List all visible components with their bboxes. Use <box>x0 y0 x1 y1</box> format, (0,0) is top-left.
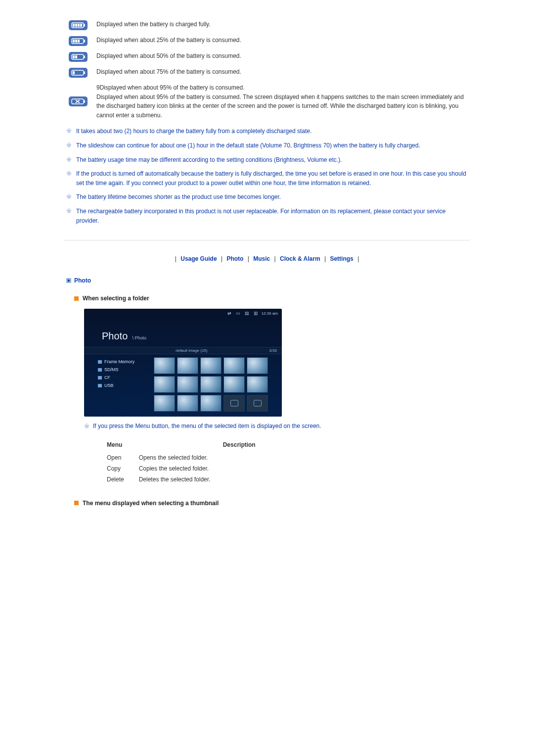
note-item: ※If the product is turned off automatica… <box>66 169 470 188</box>
battery-full-icon <box>64 20 91 31</box>
section-divider <box>64 240 470 240</box>
thumbnail <box>177 376 198 393</box>
bullet-icon <box>74 296 79 301</box>
asterisk-icon: ※ <box>66 127 76 136</box>
device-screenshot: ⇄ ▭ ▤ ▥ 12:26 am Photo \ Photo default i… <box>84 309 282 417</box>
device-title: Photo \ Photo <box>84 318 282 347</box>
thumbnail <box>223 395 245 412</box>
asterisk-icon: ※ <box>66 141 76 150</box>
svg-rect-11 <box>75 40 77 43</box>
thumbnail <box>200 376 222 393</box>
asterisk-icon: ※ <box>66 155 76 164</box>
device-statusbar: ⇄ ▭ ▤ ▥ 12:26 am <box>84 309 282 318</box>
thumbnail <box>154 357 175 374</box>
photo-heading: Photo <box>66 277 470 284</box>
section-nav: | Usage Guide | Photo | Music | Clock & … <box>64 255 470 262</box>
sd-icon: ▭ <box>235 311 241 316</box>
battery-desc: Displayed when about 75% of the battery … <box>91 67 470 77</box>
nav-clock-alarm[interactable]: Clock & Alarm <box>280 255 320 262</box>
nav-settings[interactable]: Settings <box>330 255 353 262</box>
cfcard-icon <box>98 376 102 379</box>
svg-rect-6 <box>80 24 82 27</box>
svg-rect-4 <box>75 24 77 27</box>
folder-icon: ▤ <box>244 311 250 316</box>
battery-desc: Displayed when the battery is charged fu… <box>91 20 470 29</box>
asterisk-icon: ※ <box>66 169 76 178</box>
side-frame-memory: Frame Memory <box>98 359 150 364</box>
thumbnail <box>200 395 222 412</box>
note-item: ※The battery lifetime becomes shorter as… <box>66 192 470 202</box>
battery-desc: Displayed when about 25% of the battery … <box>91 36 470 45</box>
svg-rect-5 <box>78 24 80 27</box>
device-time: 12:26 am <box>262 311 278 316</box>
battery-desc: 9Displayed when about 95% of the battery… <box>91 83 470 120</box>
battery-row: Displayed when about 75% of the battery … <box>64 67 470 78</box>
thumbnail <box>247 395 268 412</box>
folder-menu-table: Menu Description Open Opens the selected… <box>107 438 270 485</box>
folder-note: ※ If you press the Menu button, the menu… <box>84 422 470 431</box>
battery-empty-icon <box>64 96 91 107</box>
svg-rect-24 <box>84 100 85 103</box>
nav-usage-guide[interactable]: Usage Guide <box>180 255 217 262</box>
folder-heading: When selecting a folder <box>74 295 470 302</box>
battery-row: Displayed when the battery is charged fu… <box>64 20 470 31</box>
svg-rect-2 <box>84 24 85 27</box>
svg-rect-17 <box>75 55 77 58</box>
sdcard-icon <box>98 368 102 372</box>
nav-music[interactable]: Music <box>253 255 270 262</box>
col-description: Description <box>139 438 270 452</box>
note-item: ※The slideshow can continue for about on… <box>66 141 470 150</box>
svg-rect-12 <box>78 40 80 43</box>
side-sdms: SD/MS <box>98 367 150 372</box>
battery-desc: Displayed when about 50% of the battery … <box>91 51 470 61</box>
battery-row: 9Displayed when about 95% of the battery… <box>64 83 470 120</box>
asterisk-icon: ※ <box>66 207 76 216</box>
thumbnail <box>177 357 198 374</box>
svg-rect-21 <box>73 71 75 74</box>
device-infobar: default image (15) 2/30 <box>84 347 282 354</box>
battery-75-icon <box>64 36 91 47</box>
thumbnail <box>223 376 245 393</box>
battery-25-icon <box>64 67 91 78</box>
note-item: ※The battery usage time may be different… <box>66 155 470 165</box>
col-menu: Menu <box>107 438 139 452</box>
thumbnail-grid <box>153 354 282 417</box>
side-usb: USB <box>98 383 150 388</box>
usb-icon <box>98 384 102 387</box>
battery-notes: ※It takes about two (2) hours to charge … <box>66 127 470 225</box>
battery-row: Displayed when about 25% of the battery … <box>64 36 470 47</box>
thumbnail <box>154 376 175 393</box>
svg-rect-20 <box>84 72 85 74</box>
thumbnail <box>200 357 222 374</box>
table-row: Open Opens the selected folder. <box>107 452 270 463</box>
note-item: ※It takes about two (2) hours to charge … <box>66 127 470 136</box>
battery-status-icon: ▥ <box>253 311 259 316</box>
svg-rect-10 <box>73 40 75 43</box>
bullet-icon <box>74 501 79 505</box>
thumbnail <box>247 357 268 374</box>
battery-table: Displayed when the battery is charged fu… <box>64 20 470 120</box>
nav-photo[interactable]: Photo <box>226 255 243 262</box>
thumbnail-heading: The menu displayed when selecting a thum… <box>74 500 470 507</box>
asterisk-icon: ※ <box>84 422 93 431</box>
table-row: Copy Copies the selected folder. <box>107 463 270 474</box>
svg-rect-9 <box>84 40 85 43</box>
asterisk-icon: ※ <box>66 192 76 201</box>
note-item: ※The rechargeable battery incorporated i… <box>66 207 470 225</box>
repeat-icon: ⇄ <box>226 311 232 316</box>
memory-icon <box>98 360 102 364</box>
play-icon <box>66 278 71 283</box>
svg-rect-15 <box>84 56 85 58</box>
side-cf: CF <box>98 375 150 380</box>
thumbnail <box>177 395 198 412</box>
battery-50-icon <box>64 51 91 62</box>
device-sidebar: Frame Memory SD/MS CF USB <box>84 354 153 417</box>
battery-row: Displayed when about 50% of the battery … <box>64 51 470 62</box>
thumbnail <box>223 357 245 374</box>
thumbnail <box>247 376 268 393</box>
svg-rect-16 <box>73 55 75 58</box>
thumbnail <box>154 395 175 412</box>
table-row: Delete Deletes the selected folder. <box>107 474 270 485</box>
svg-rect-3 <box>73 24 75 27</box>
